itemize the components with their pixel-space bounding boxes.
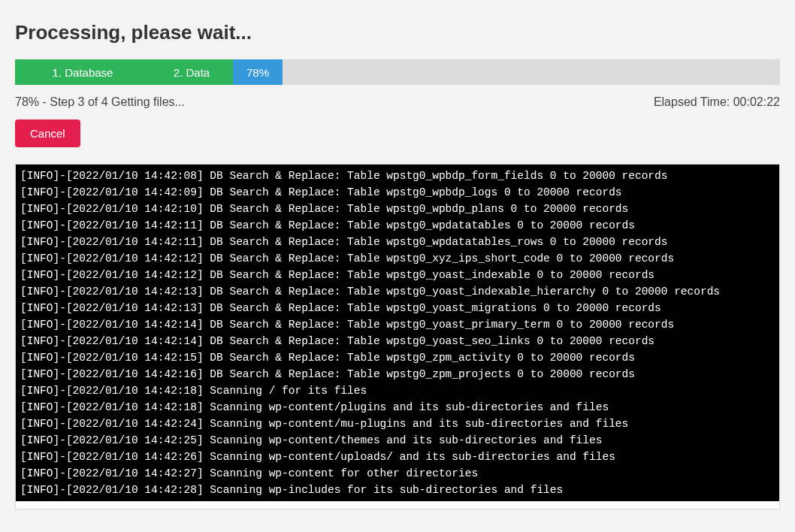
status-step-text: 78% - Step 3 of 4 Getting files... [15,95,185,109]
progress-percent: 78% [233,59,283,85]
status-elapsed-time: Elapsed Time: 00:02:22 [654,95,780,109]
progress-step-data: 2. Data [150,59,233,85]
processing-dialog: Processing, please wait... 1. Database 2… [0,0,795,524]
page-title: Processing, please wait... [15,21,780,44]
progress-step-database: 1. Database [15,59,150,85]
progress-bar: 1. Database 2. Data 78% [15,59,780,85]
cancel-button[interactable]: Cancel [15,119,80,147]
log-panel[interactable]: [INFO]-[2022/01/10 14:42:08] DB Search &… [15,164,780,509]
status-row: 78% - Step 3 of 4 Getting files... Elaps… [15,95,780,109]
log-output: [INFO]-[2022/01/10 14:42:08] DB Search &… [16,165,780,501]
